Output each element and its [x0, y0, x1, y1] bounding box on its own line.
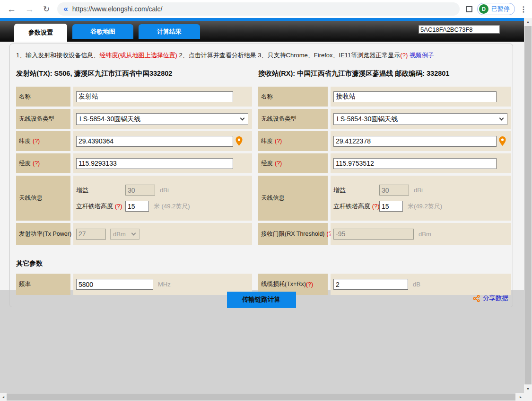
tx-longitude-label: 经度(?)	[16, 153, 70, 173]
horizontal-scrollbar-thumb[interactable]	[7, 393, 515, 401]
rx-height-unit: 米(49.2英尺)	[408, 202, 442, 211]
vertical-scrollbar[interactable]: ▲ ▼	[524, 18, 532, 393]
tx-height-input[interactable]	[125, 201, 149, 212]
tx-name-row: 名称	[16, 87, 252, 107]
site-header: 参数设置 谷歌地图 计算结果	[0, 21, 524, 42]
frequency-input[interactable]	[76, 279, 153, 290]
tx-latitude-input[interactable]	[76, 136, 233, 147]
rx-longitude-help[interactable]: (?)	[275, 160, 282, 167]
tab-google-map[interactable]: 谷歌地图	[72, 24, 133, 39]
rx-latitude-label: 纬度(?)	[258, 131, 328, 151]
rx-longitude-label-text: 经度	[261, 160, 273, 168]
rx-gain-unit: dBi	[414, 187, 423, 194]
session-code-input[interactable]	[419, 25, 500, 34]
tab-preview-icon[interactable]	[466, 6, 472, 12]
tx-antenna-row: 天线信息 增益 dBi 立杆铁塔高度 (?) 米 (49.2英尺)	[16, 176, 252, 221]
scroll-up-icon[interactable]: ▲	[524, 18, 532, 26]
calculate-link-button[interactable]: 传输链路计算	[227, 292, 296, 308]
cable-loss-row: 线缆损耗(Tx+Rx)(?) dB	[258, 274, 511, 295]
tx-power-label: 发射功率(Tx Power)	[16, 223, 70, 245]
display-help-mark[interactable]: (?)	[400, 52, 408, 59]
vertical-scrollbar-thumb[interactable]	[524, 26, 532, 384]
frequency-row: 频率 MHz	[16, 274, 252, 295]
rx-antenna-cell: 增益 dBi 立杆铁塔高度 (?) 米(49.2英尺)	[331, 176, 511, 221]
rx-threshold-label-text: 接收门限(RX Threshold)	[261, 230, 325, 238]
share-data-link[interactable]: 分享数据	[472, 294, 508, 303]
tx-latitude-row: 纬度(?)	[16, 131, 252, 151]
rx-latitude-input[interactable]	[333, 136, 497, 147]
scroll-right-icon[interactable]: ▸	[517, 393, 524, 401]
scroll-left-icon[interactable]: ◂	[0, 393, 7, 401]
rx-height-input[interactable]	[379, 201, 403, 212]
rx-height-label-text: 立杆铁塔高度	[333, 203, 370, 210]
forward-icon[interactable]: →	[25, 5, 34, 14]
share-icon	[472, 294, 480, 303]
tx-antenna-label: 天线信息	[16, 176, 70, 221]
tx-latitude-label: 纬度(?)	[16, 131, 70, 151]
tx-longitude-input[interactable]	[76, 158, 233, 169]
cable-loss-cell: dB	[331, 274, 511, 295]
tx-name-input[interactable]	[76, 91, 233, 102]
rx-device-label: 无线设备类型	[258, 109, 328, 129]
tx-height-label-text: 立杆铁塔高度	[76, 203, 113, 210]
frequency-unit: MHz	[158, 281, 171, 288]
back-icon[interactable]: ←	[7, 5, 16, 14]
tx-longitude-label-text: 经度	[19, 160, 31, 168]
instructions: 1、输入发射和接收设备信息、经纬度(或从地图上选择位置) 2、点击计算并查看分析…	[10, 44, 513, 60]
share-label[interactable]: 分享数据	[483, 294, 508, 303]
tab-calc-result[interactable]: 计算结果	[139, 24, 200, 39]
address-bar[interactable]: « https://www.elongshi.com/calc/	[57, 2, 460, 16]
cable-loss-column: 线缆损耗(Tx+Rx)(?) dB	[258, 274, 511, 295]
rx-device-cell: LS-5854-30圆锅天线	[331, 109, 511, 129]
rx-longitude-cell	[331, 153, 511, 173]
rx-name-row: 名称	[258, 87, 511, 107]
scroll-down-icon[interactable]: ▼	[524, 385, 532, 393]
rx-threshold-row: 接收门限(RX Threshold)(?) dBm	[258, 223, 511, 245]
location-pin-icon[interactable]	[235, 136, 243, 146]
rx-gain-label: 增益	[333, 186, 379, 195]
frequency-label: 频率	[16, 274, 70, 295]
rx-gain-input	[379, 185, 409, 196]
tx-device-select[interactable]: LS-5854-30圆锅天线	[76, 113, 248, 125]
tx-height-subrow: 立杆铁塔高度 (?) 米 (49.2英尺)	[76, 201, 249, 212]
tx-longitude-cell	[73, 153, 252, 173]
instruction-text-2: 2、点击计算并查看分析结果 3、只支持Chrome、Firefox、IE11等浏…	[177, 52, 400, 59]
rx-longitude-row: 经度(?)	[258, 153, 511, 173]
rx-antenna-label: 天线信息	[258, 176, 328, 221]
rx-name-label: 名称	[258, 87, 328, 107]
browser-menu-icon[interactable]: ⋮	[520, 5, 527, 14]
url-text[interactable]: https://www.elongshi.com/calc/	[72, 5, 163, 13]
tx-device-label: 无线设备类型	[16, 109, 70, 129]
browser-window: ← → ↻ « https://www.elongshi.com/calc/ D…	[0, 0, 532, 401]
horizontal-scrollbar[interactable]: ◂ ▸	[0, 393, 524, 401]
cable-loss-help[interactable]: (?)	[306, 281, 313, 288]
tx-longitude-row: 经度(?)	[16, 153, 252, 173]
tx-gain-label: 增益	[76, 186, 125, 195]
tx-gain-input	[125, 185, 155, 196]
video-example-link[interactable]: 视频例子	[410, 52, 434, 59]
settings-panel: 1、输入发射和接收设备信息、经纬度(或从地图上选择位置) 2、点击计算并查看分析…	[9, 44, 513, 307]
rx-device-select[interactable]: LS-5854-30圆锅天线	[333, 113, 507, 125]
profile-chip[interactable]: D 已暂停	[477, 3, 515, 15]
tab-parameter-settings[interactable]: 参数设置	[14, 24, 67, 42]
frequency-column: 频率 MHz	[16, 274, 252, 295]
tx-height-help[interactable]: (?)	[115, 203, 122, 210]
rx-latitude-help[interactable]: (?)	[275, 138, 282, 144]
reload-icon[interactable]: ↻	[43, 5, 50, 13]
site-favicon-icon: «	[63, 4, 68, 14]
rx-latitude-cell	[331, 131, 511, 151]
rx-height-help[interactable]: (?)	[372, 203, 380, 210]
rx-threshold-unit: dBm	[419, 231, 431, 238]
tx-latitude-cell	[73, 131, 252, 151]
tx-latitude-help[interactable]: (?)	[33, 138, 40, 144]
scrollbar-corner	[524, 393, 532, 401]
instruction-highlight: 经纬度(或从地图上选择位置)	[99, 52, 177, 59]
tx-longitude-help[interactable]: (?)	[33, 160, 40, 167]
frequency-cell: MHz	[73, 274, 252, 295]
rx-name-input[interactable]	[333, 91, 497, 102]
location-pin-icon[interactable]	[498, 136, 506, 146]
cable-loss-input[interactable]	[333, 279, 408, 290]
cable-loss-unit: dB	[413, 281, 420, 288]
tx-power-unit-wrap: dBm	[110, 229, 140, 240]
rx-longitude-input[interactable]	[333, 158, 497, 169]
